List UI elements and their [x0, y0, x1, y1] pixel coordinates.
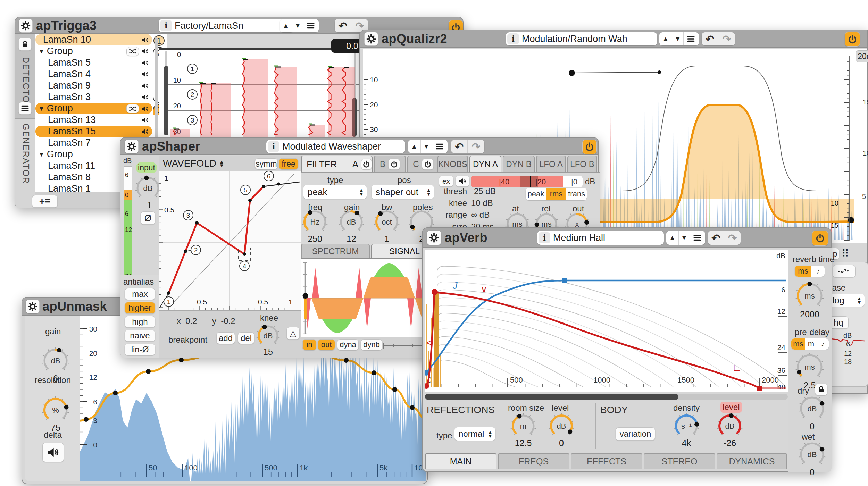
free-button[interactable]: free: [279, 158, 298, 169]
dry-knob[interactable]: dB0: [798, 394, 826, 423]
power-button[interactable]: [845, 32, 860, 47]
undo-redo[interactable]: ↶ ↷: [702, 32, 735, 45]
breakpoint-del-button[interactable]: del: [238, 332, 254, 344]
x-value[interactable]: 0.2: [185, 316, 197, 326]
mute-speaker-icon[interactable]: [141, 36, 149, 44]
antialias-option[interactable]: lin-Ø: [125, 344, 155, 355]
signal-display[interactable]: [301, 258, 438, 337]
gain-knob[interactable]: dB12: [338, 208, 365, 235]
reverb-time-knob[interactable]: ms2000: [795, 281, 825, 311]
preset-nav[interactable]: ▲ ▼: [408, 140, 448, 153]
mute-speaker-icon[interactable]: [141, 116, 149, 124]
undo-button[interactable]: ↶: [335, 19, 351, 32]
undo-redo[interactable]: ↶ ↷: [708, 231, 741, 245]
detector-mode-switch[interactable]: peakrmstrans: [526, 188, 587, 200]
reverb-decay-display[interactable]: 0500100015002000dB612243648J∨∟<: [425, 250, 788, 392]
waveshaper-graph[interactable]: 10.50.50.51123456: [159, 171, 301, 310]
curve-mode-button[interactable]: △: [286, 327, 300, 340]
phase-invert-button[interactable]: Ø: [141, 211, 155, 225]
redo-button[interactable]: ↷: [718, 32, 735, 45]
mute-speaker-icon[interactable]: [141, 104, 149, 113]
verb-tab-stereo[interactable]: STEREO: [644, 453, 715, 469]
menu-icon[interactable]: [684, 32, 698, 45]
power-button[interactable]: [812, 231, 828, 246]
mute-speaker-icon[interactable]: [141, 47, 149, 56]
antialias-option[interactable]: max: [125, 288, 155, 300]
lock-icon[interactable]: [18, 37, 32, 51]
grid-icon[interactable]: ⠿: [841, 248, 849, 260]
shuffle-icon[interactable]: [126, 104, 139, 113]
list-item[interactable]: ▼Group: [35, 45, 152, 57]
input-gain-knob[interactable]: dB-1: [134, 175, 161, 202]
signal-source-in[interactable]: in: [302, 339, 316, 350]
list-menu-icon[interactable]: [18, 102, 32, 115]
settings-button[interactable]: [125, 140, 139, 153]
settings-button[interactable]: [427, 231, 441, 245]
preset-nav[interactable]: ▲ ▼: [659, 32, 699, 45]
next-preset-button[interactable]: ▼: [421, 140, 432, 153]
info-icon[interactable]: i: [539, 232, 550, 243]
settings-button[interactable]: [26, 300, 40, 313]
dyn-param-value[interactable]: -25 dB: [471, 186, 496, 196]
preset-box[interactable]: i Modulated Waveshaper: [266, 140, 405, 153]
mute-speaker-icon[interactable]: [141, 93, 149, 101]
redo-button[interactable]: ↷: [468, 140, 484, 153]
mode-peak[interactable]: peak: [526, 188, 546, 200]
dyn-tab-lfo-a[interactable]: LFO A: [536, 156, 566, 172]
settings-button[interactable]: [364, 32, 378, 46]
dyn-tab-knobs[interactable]: KNOBS: [437, 156, 468, 172]
delta-monitor-button[interactable]: [42, 443, 64, 462]
add-sample-button[interactable]: +≡: [32, 195, 58, 208]
listen-icon[interactable]: [456, 176, 469, 187]
list-item[interactable]: LamaSn 4: [35, 68, 152, 80]
room-size-knob[interactable]: m12.5: [510, 412, 537, 439]
trigger-waveform-display[interactable]: 0102030123: [159, 48, 360, 137]
verb-tab-freqs[interactable]: FREQS: [498, 453, 569, 469]
power-button[interactable]: [582, 140, 597, 154]
verb-tab-dynamics[interactable]: DYNAMICS: [717, 453, 787, 469]
dyn-tab-lfo-b[interactable]: LFO B: [567, 156, 597, 172]
list-item[interactable]: LamaSn 9: [35, 80, 152, 91]
antialias-option[interactable]: naive: [125, 330, 155, 342]
pre-delay-knob[interactable]: ms2.5: [795, 352, 825, 382]
resolution-knob[interactable]: %75: [41, 396, 70, 424]
preset-nav[interactable]: ▲ ▼: [280, 19, 319, 32]
y-value[interactable]: -0.2: [221, 316, 235, 326]
list-item[interactable]: LamaSn 5: [35, 57, 152, 68]
wavefold-title[interactable]: WAVEFOLD: [163, 158, 216, 169]
shuffle-icon[interactable]: [126, 47, 139, 56]
menu-icon[interactable]: [432, 140, 447, 153]
refl-level-knob[interactable]: dB0: [548, 412, 575, 439]
next-preset-button[interactable]: ▼: [292, 19, 303, 32]
list-item[interactable]: LamaSn 3: [35, 91, 152, 103]
mute-speaker-icon[interactable]: [141, 59, 149, 67]
knee-knob[interactable]: dB15: [256, 323, 281, 348]
preset-box[interactable]: i Modulation/Random Wah: [506, 32, 657, 45]
filter-tab-a[interactable]: FILTER A: [301, 156, 373, 172]
list-item[interactable]: LamaSn 10: [35, 34, 152, 45]
next-preset-button[interactable]: ▼: [679, 231, 690, 245]
filter-tab-b[interactable]: B: [374, 156, 406, 172]
mode-rms[interactable]: rms: [546, 188, 567, 200]
info-icon[interactable]: i: [268, 141, 279, 152]
tab-generator[interactable]: GENERATOR: [21, 124, 31, 184]
reflection-type-select[interactable]: normal▲▼: [454, 427, 495, 441]
mode-trans[interactable]: trans: [566, 188, 587, 200]
timeline-scrollbar[interactable]: [425, 394, 788, 400]
preset-box[interactable]: i Medium Hall: [537, 231, 664, 245]
prev-preset-button[interactable]: ▲: [408, 140, 421, 153]
freq-knob[interactable]: Hz250: [301, 208, 328, 235]
prev-preset-button[interactable]: ▲: [666, 231, 679, 245]
symm-button[interactable]: symm: [255, 158, 278, 169]
waveform-shape-icon[interactable]: [833, 265, 856, 277]
gain-knob[interactable]: dB6: [41, 346, 70, 375]
prev-preset-button[interactable]: ▲: [280, 19, 292, 32]
threshold-meter[interactable]: |40 |20 |0: [471, 176, 583, 187]
menu-icon[interactable]: [303, 19, 318, 32]
dyn-tab-dyn-b[interactable]: DYN B: [503, 156, 535, 172]
menu-icon[interactable]: [690, 231, 704, 245]
antialias-option[interactable]: higher: [125, 302, 155, 314]
undo-button[interactable]: ↶: [702, 32, 718, 45]
list-item[interactable]: LamaSn 15: [35, 126, 152, 137]
filter-type-select[interactable]: peak▲▼: [303, 185, 367, 199]
